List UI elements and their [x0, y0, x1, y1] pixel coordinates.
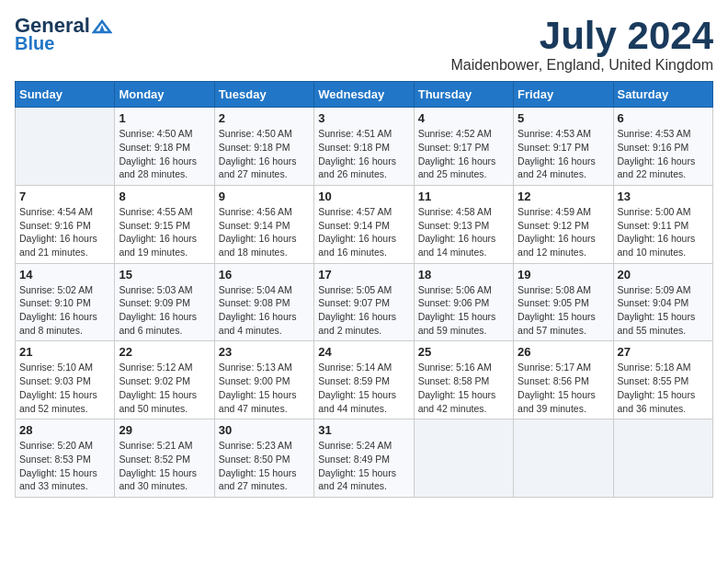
calendar-cell: 23Sunrise: 5:13 AMSunset: 9:00 PMDayligh…: [214, 341, 313, 419]
day-number: 22: [119, 345, 210, 359]
day-detail: Sunrise: 5:10 AMSunset: 9:03 PMDaylight:…: [19, 361, 110, 415]
day-number: 20: [618, 268, 709, 282]
week-row-3: 14Sunrise: 5:02 AMSunset: 9:10 PMDayligh…: [16, 263, 713, 341]
day-number: 30: [219, 423, 310, 437]
day-number: 29: [119, 423, 210, 437]
day-number: 19: [518, 268, 609, 282]
week-row-1: 1Sunrise: 4:50 AMSunset: 9:18 PMDaylight…: [16, 108, 713, 186]
calendar-cell: 24Sunrise: 5:14 AMSunset: 8:59 PMDayligh…: [314, 341, 414, 419]
day-number: 6: [618, 111, 709, 125]
weekday-header-friday: Friday: [514, 82, 613, 108]
day-detail: Sunrise: 5:14 AMSunset: 8:59 PMDaylight:…: [318, 361, 409, 415]
calendar-cell: 28Sunrise: 5:20 AMSunset: 8:53 PMDayligh…: [16, 419, 115, 498]
day-detail: Sunrise: 5:09 AMSunset: 9:04 PMDaylight:…: [618, 283, 709, 338]
day-detail: Sunrise: 5:05 AMSunset: 9:07 PMDaylight:…: [318, 283, 409, 338]
day-number: 2: [219, 111, 310, 125]
logo: General Blue: [15, 15, 112, 53]
calendar-cell: 9Sunrise: 4:56 AMSunset: 9:14 PMDaylight…: [214, 185, 313, 263]
day-number: 26: [518, 345, 609, 359]
week-row-4: 21Sunrise: 5:10 AMSunset: 9:03 PMDayligh…: [16, 341, 713, 419]
day-detail: Sunrise: 5:03 AMSunset: 9:09 PMDaylight:…: [119, 283, 210, 338]
day-number: 7: [19, 190, 110, 203]
day-detail: Sunrise: 5:18 AMSunset: 8:55 PMDaylight:…: [618, 361, 709, 415]
day-detail: Sunrise: 5:04 AMSunset: 9:08 PMDaylight:…: [219, 283, 310, 338]
weekday-header-row: SundayMondayTuesdayWednesdayThursdayFrid…: [16, 82, 713, 108]
calendar-cell: 27Sunrise: 5:18 AMSunset: 8:55 PMDayligh…: [613, 341, 712, 419]
day-number: 14: [19, 268, 110, 282]
day-number: 28: [19, 423, 110, 437]
weekday-header-wednesday: Wednesday: [314, 82, 414, 108]
day-detail: Sunrise: 5:06 AMSunset: 9:06 PMDaylight:…: [418, 283, 509, 338]
calendar-cell: 4Sunrise: 4:52 AMSunset: 9:17 PMDaylight…: [414, 108, 513, 186]
day-number: 16: [219, 268, 310, 282]
calendar-cell: 2Sunrise: 4:50 AMSunset: 9:18 PMDaylight…: [214, 108, 313, 186]
week-row-5: 28Sunrise: 5:20 AMSunset: 8:53 PMDayligh…: [16, 419, 713, 498]
day-detail: Sunrise: 4:59 AMSunset: 9:12 PMDaylight:…: [518, 205, 609, 259]
day-number: 18: [418, 268, 509, 282]
calendar-cell: 21Sunrise: 5:10 AMSunset: 9:03 PMDayligh…: [16, 341, 115, 419]
calendar-cell: 18Sunrise: 5:06 AMSunset: 9:06 PMDayligh…: [414, 263, 513, 341]
calendar-cell: 13Sunrise: 5:00 AMSunset: 9:11 PMDayligh…: [613, 185, 712, 263]
calendar-cell: 22Sunrise: 5:12 AMSunset: 9:02 PMDayligh…: [115, 341, 214, 419]
calendar-cell: 12Sunrise: 4:59 AMSunset: 9:12 PMDayligh…: [514, 185, 613, 263]
weekday-header-sunday: Sunday: [16, 82, 115, 108]
calendar-cell: 7Sunrise: 4:54 AMSunset: 9:16 PMDaylight…: [16, 185, 115, 263]
svg-marker-1: [99, 25, 105, 32]
day-detail: Sunrise: 4:53 AMSunset: 9:16 PMDaylight:…: [618, 127, 709, 181]
day-detail: Sunrise: 4:53 AMSunset: 9:17 PMDaylight:…: [518, 127, 609, 181]
calendar-cell: 31Sunrise: 5:24 AMSunset: 8:49 PMDayligh…: [314, 419, 414, 498]
calendar-cell: 16Sunrise: 5:04 AMSunset: 9:08 PMDayligh…: [214, 263, 313, 341]
day-detail: Sunrise: 4:50 AMSunset: 9:18 PMDaylight:…: [119, 127, 210, 181]
calendar-cell: [613, 419, 712, 498]
calendar-cell: 26Sunrise: 5:17 AMSunset: 8:56 PMDayligh…: [514, 341, 613, 419]
day-number: 13: [618, 190, 709, 203]
day-number: 25: [418, 345, 509, 359]
calendar-cell: 25Sunrise: 5:16 AMSunset: 8:58 PMDayligh…: [414, 341, 513, 419]
day-detail: Sunrise: 5:13 AMSunset: 9:00 PMDaylight:…: [219, 361, 310, 415]
day-detail: Sunrise: 5:20 AMSunset: 8:53 PMDaylight:…: [19, 439, 110, 493]
day-detail: Sunrise: 5:24 AMSunset: 8:49 PMDaylight:…: [318, 439, 409, 493]
logo-blue: Blue: [15, 33, 54, 53]
day-number: 21: [19, 345, 110, 359]
calendar-cell: 15Sunrise: 5:03 AMSunset: 9:09 PMDayligh…: [115, 263, 214, 341]
day-number: 11: [418, 190, 509, 203]
calendar-cell: 1Sunrise: 4:50 AMSunset: 9:18 PMDaylight…: [115, 108, 214, 186]
month-title: July 2024: [450, 15, 713, 57]
day-detail: Sunrise: 5:08 AMSunset: 9:05 PMDaylight:…: [518, 283, 609, 338]
calendar-cell: 5Sunrise: 4:53 AMSunset: 9:17 PMDaylight…: [514, 108, 613, 186]
day-detail: Sunrise: 4:51 AMSunset: 9:18 PMDaylight:…: [318, 127, 409, 181]
weekday-header-tuesday: Tuesday: [214, 82, 313, 108]
day-detail: Sunrise: 5:21 AMSunset: 8:52 PMDaylight:…: [119, 439, 210, 493]
day-detail: Sunrise: 5:00 AMSunset: 9:11 PMDaylight:…: [618, 205, 709, 259]
weekday-header-thursday: Thursday: [414, 82, 513, 108]
week-row-2: 7Sunrise: 4:54 AMSunset: 9:16 PMDaylight…: [16, 185, 713, 263]
calendar-cell: [16, 108, 115, 186]
calendar-cell: 17Sunrise: 5:05 AMSunset: 9:07 PMDayligh…: [314, 263, 414, 341]
day-number: 12: [518, 190, 609, 203]
day-detail: Sunrise: 4:54 AMSunset: 9:16 PMDaylight:…: [19, 205, 110, 259]
calendar-cell: [414, 419, 513, 498]
calendar-cell: [514, 419, 613, 498]
header-section: General Blue July 2024 Maidenbower, Engl…: [15, 15, 713, 74]
day-detail: Sunrise: 5:16 AMSunset: 8:58 PMDaylight:…: [418, 361, 509, 415]
day-number: 5: [518, 111, 609, 125]
calendar-cell: 29Sunrise: 5:21 AMSunset: 8:52 PMDayligh…: [115, 419, 214, 498]
calendar-cell: 19Sunrise: 5:08 AMSunset: 9:05 PMDayligh…: [514, 263, 613, 341]
day-detail: Sunrise: 4:50 AMSunset: 9:18 PMDaylight:…: [219, 127, 310, 181]
calendar-cell: 11Sunrise: 4:58 AMSunset: 9:13 PMDayligh…: [414, 185, 513, 263]
day-detail: Sunrise: 4:58 AMSunset: 9:13 PMDaylight:…: [418, 205, 509, 259]
location-title: Maidenbower, England, United Kingdom: [450, 57, 713, 74]
day-detail: Sunrise: 4:57 AMSunset: 9:14 PMDaylight:…: [318, 205, 409, 259]
day-number: 4: [418, 111, 509, 125]
weekday-header-saturday: Saturday: [613, 82, 712, 108]
day-number: 8: [119, 190, 210, 203]
day-number: 1: [119, 111, 210, 125]
calendar-cell: 30Sunrise: 5:23 AMSunset: 8:50 PMDayligh…: [214, 419, 313, 498]
calendar-cell: 3Sunrise: 4:51 AMSunset: 9:18 PMDaylight…: [314, 108, 414, 186]
day-number: 27: [618, 345, 709, 359]
day-detail: Sunrise: 4:55 AMSunset: 9:15 PMDaylight:…: [119, 205, 210, 259]
calendar-cell: 8Sunrise: 4:55 AMSunset: 9:15 PMDaylight…: [115, 185, 214, 263]
calendar-cell: 6Sunrise: 4:53 AMSunset: 9:16 PMDaylight…: [613, 108, 712, 186]
day-detail: Sunrise: 4:56 AMSunset: 9:14 PMDaylight:…: [219, 205, 310, 259]
day-detail: Sunrise: 5:17 AMSunset: 8:56 PMDaylight:…: [518, 361, 609, 415]
